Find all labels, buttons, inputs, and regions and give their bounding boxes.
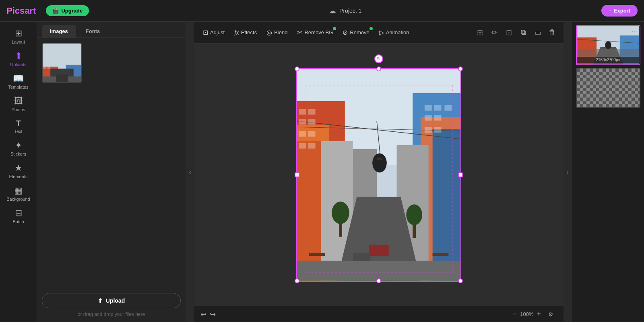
- layout-icon: ⊞: [15, 29, 22, 38]
- duplicate-button[interactable]: ⧉: [517, 26, 530, 39]
- handle-tl[interactable]: [295, 66, 299, 71]
- photos-icon: 🖼: [14, 97, 23, 106]
- sidebar-label-uploads: Uploads: [10, 62, 26, 67]
- adjust-label: Adjust: [210, 29, 225, 35]
- sidebar-item-layout[interactable]: ⊞ Layout: [2, 26, 35, 48]
- svg-rect-5: [56, 75, 68, 82]
- right-collapse-arrow[interactable]: ›: [564, 22, 572, 322]
- crop-button[interactable]: ⊡: [502, 26, 515, 39]
- project-name[interactable]: Project 1: [339, 8, 361, 14]
- topbar-center: ☁ Project 1: [329, 6, 361, 15]
- svg-rect-47: [309, 253, 325, 256]
- uploaded-image-thumbnail[interactable]: [42, 43, 82, 83]
- svg-rect-35: [444, 105, 452, 110]
- sidebar-item-photos[interactable]: 🖼 Photos: [2, 93, 35, 115]
- sidebar-label-templates: Templates: [8, 85, 28, 89]
- layer-thumb-2[interactable]: [576, 68, 640, 108]
- tab-images[interactable]: Images: [42, 25, 76, 37]
- panel-tabs: Images Fonts: [37, 22, 186, 38]
- handle-tm[interactable]: [376, 66, 381, 71]
- export-label: Export: [614, 8, 630, 14]
- sidebar-label-text: Text: [14, 129, 22, 134]
- right-collapse-icon: ›: [567, 169, 569, 175]
- adjust-button[interactable]: ⊡ Adjust: [199, 26, 229, 39]
- zoom-in-button[interactable]: +: [537, 310, 541, 318]
- remove-bg-wrap: ✂ Remove BG: [293, 26, 337, 39]
- blend-icon: ◎: [266, 29, 272, 36]
- canvas-toolbar-right: ⊞ ✏ ⊡ ⧉ ▭ 🗑: [473, 26, 559, 39]
- sidebar-label-layout: Layout: [12, 39, 25, 44]
- effects-label: Effects: [241, 29, 257, 35]
- animation-label: Animation: [386, 29, 409, 35]
- upload-icon: ⬆: [98, 297, 103, 304]
- layer-thumb-1[interactable]: ⋯ 2160x2700px: [576, 25, 640, 65]
- layer-more-btn[interactable]: ⋯: [632, 27, 638, 35]
- upload-area: ⬆ Upload or drag and drop your files her…: [37, 288, 186, 322]
- align-button[interactable]: ⊞: [473, 26, 486, 39]
- sidebar-item-stickers[interactable]: ✦ Stickers: [2, 138, 35, 160]
- background-icon: ▦: [14, 186, 23, 195]
- delete-icon: 🗑: [549, 28, 556, 37]
- panel-content: [37, 38, 186, 288]
- zoom-level: 100%: [520, 311, 533, 317]
- tab-fonts[interactable]: Fonts: [78, 25, 108, 37]
- undo-button[interactable]: ↩: [200, 310, 206, 319]
- main-area: ⊞ Layout ⬆ Uploads 📖 Templates 🖼 Photos …: [0, 22, 644, 322]
- elements-icon: ★: [14, 164, 23, 172]
- canvas-image-frame[interactable]: ↻: [296, 68, 461, 282]
- uploads-icon: ⬆: [15, 52, 22, 60]
- handle-bm[interactable]: [376, 278, 381, 283]
- handle-rotate[interactable]: ↻: [374, 54, 383, 63]
- svg-point-43: [406, 204, 422, 225]
- upgrade-button[interactable]: 🎬 Upgrade: [46, 5, 89, 16]
- eyedrop-button[interactable]: ✏: [488, 26, 501, 39]
- svg-rect-45: [353, 253, 371, 262]
- sidebar-label-background: Background: [6, 197, 30, 202]
- topbar: Picsart 🎬 Upgrade ☁ Project 1 ↑ Export: [0, 0, 644, 22]
- blend-label: Blend: [274, 29, 287, 35]
- remove-bg-button[interactable]: ✂ Remove BG: [293, 26, 337, 39]
- svg-rect-26: [308, 109, 316, 114]
- handle-tr[interactable]: [458, 66, 463, 71]
- remove-bg-icon: ✂: [297, 29, 302, 36]
- export-button[interactable]: ↑ Export: [601, 5, 638, 17]
- handle-rm[interactable]: [458, 172, 463, 177]
- layer-checker: [577, 69, 640, 107]
- align-icon: ⊞: [477, 28, 483, 37]
- sidebar-item-templates[interactable]: 📖 Templates: [2, 71, 35, 93]
- content-panel: Images Fonts ⬆ Upload: [37, 22, 186, 322]
- sidebar-item-uploads[interactable]: ⬆ Uploads: [2, 48, 35, 70]
- collapse-panel-arrow[interactable]: ‹: [186, 22, 194, 322]
- svg-rect-46: [297, 260, 460, 280]
- undo-redo-controls: ↩ ↪: [200, 310, 216, 319]
- blend-button[interactable]: ◎ Blend: [262, 26, 291, 39]
- layer-size-label: 2160x2700px: [577, 57, 640, 63]
- redo-button[interactable]: ↪: [210, 310, 216, 319]
- sidebar-item-text[interactable]: T Text: [2, 116, 35, 137]
- frame-button[interactable]: ▭: [531, 26, 544, 39]
- sidebar-item-background[interactable]: ▦ Background: [2, 183, 35, 205]
- svg-rect-37: [434, 115, 442, 120]
- canvas-viewport[interactable]: ↻: [194, 44, 564, 306]
- batch-icon: ⊟: [15, 209, 22, 218]
- sidebar-label-elements: Elements: [9, 174, 28, 179]
- handle-lm[interactable]: [295, 172, 299, 177]
- zoom-settings-button[interactable]: ⚙: [544, 308, 557, 321]
- animation-button[interactable]: ▷ Animation: [375, 26, 413, 39]
- svg-rect-34: [434, 105, 442, 110]
- effects-button[interactable]: fx Effects: [230, 27, 261, 39]
- sidebar-label-stickers: Stickers: [10, 152, 26, 156]
- sidebar-label-batch: Batch: [12, 219, 24, 224]
- eyedrop-icon: ✏: [491, 28, 497, 37]
- handle-br[interactable]: [458, 278, 463, 283]
- handle-bl[interactable]: [295, 278, 299, 283]
- adjust-icon: ⊡: [203, 29, 208, 36]
- remove-button[interactable]: ⊘ Remove: [339, 26, 373, 39]
- upload-button[interactable]: ⬆ Upload: [42, 293, 181, 308]
- sidebar-item-elements[interactable]: ★ Elements: [2, 160, 35, 182]
- delete-button[interactable]: 🗑: [546, 26, 559, 39]
- sidebar-item-batch[interactable]: ⊟ Batch: [2, 206, 35, 227]
- zoom-controls: − 100% + ⚙: [513, 308, 557, 321]
- zoom-out-button[interactable]: −: [513, 310, 517, 318]
- drag-drop-hint: or drag and drop your files here: [42, 312, 181, 317]
